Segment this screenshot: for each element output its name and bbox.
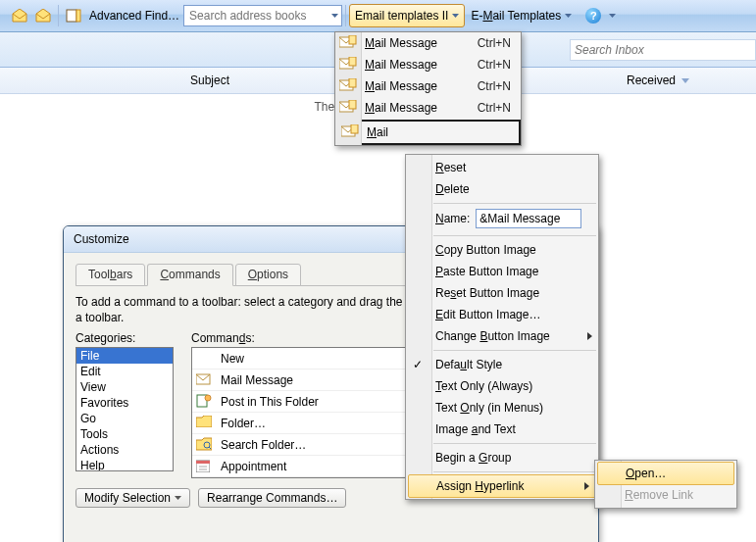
email-templates-button[interactable]: E-Mail Templates bbox=[465, 4, 578, 27]
svg-rect-3 bbox=[349, 35, 356, 44]
search-address-books-input[interactable] bbox=[187, 7, 328, 25]
advanced-find-button[interactable]: Advanced Find… bbox=[85, 5, 183, 26]
mail-message-icon bbox=[339, 78, 357, 94]
mail-message-icon bbox=[339, 57, 357, 73]
svg-rect-9 bbox=[349, 100, 356, 109]
dropdown-item-mail-message[interactable]: Mail MessageCtrl+N bbox=[335, 75, 521, 97]
column-subject[interactable]: Subject bbox=[190, 74, 229, 87]
address-book-icon[interactable] bbox=[62, 4, 85, 27]
envelope-open-icon[interactable] bbox=[8, 4, 31, 27]
svg-rect-1 bbox=[76, 10, 80, 22]
svg-rect-0 bbox=[67, 10, 76, 22]
search-inbox-input[interactable] bbox=[571, 43, 735, 57]
svg-rect-7 bbox=[349, 78, 356, 87]
chevron-down-icon[interactable] bbox=[565, 14, 572, 18]
mail-message-icon bbox=[339, 100, 357, 114]
svg-rect-5 bbox=[349, 57, 356, 66]
dropdown-item-mail-message[interactable]: Mail MessageCtrl+N bbox=[335, 54, 521, 75]
chevron-down-icon[interactable] bbox=[452, 14, 459, 18]
chevron-down-icon[interactable] bbox=[609, 14, 616, 18]
ribbon-toolbar: Advanced Find… Email templates II E-Mail… bbox=[0, 0, 756, 32]
dropdown-item-mail-message[interactable]: Mail MessageCtrl+N bbox=[335, 32, 521, 54]
envelope-reply-icon[interactable] bbox=[31, 4, 55, 27]
help-icon[interactable]: ? bbox=[581, 4, 605, 27]
column-received[interactable]: Received bbox=[627, 74, 689, 87]
email-templates-ii-button[interactable]: Email templates II bbox=[349, 4, 465, 27]
mail-message-icon bbox=[339, 35, 357, 51]
sort-desc-icon bbox=[681, 78, 689, 83]
email-templates-dropdown: Mail MessageCtrl+NMail MessageCtrl+NMail… bbox=[334, 31, 522, 114]
chevron-down-icon[interactable] bbox=[331, 14, 338, 18]
search-inbox[interactable] bbox=[570, 39, 756, 61]
dropdown-item-mail-message[interactable]: Mail MessageCtrl+N bbox=[335, 97, 521, 114]
search-address-books[interactable] bbox=[183, 5, 342, 26]
